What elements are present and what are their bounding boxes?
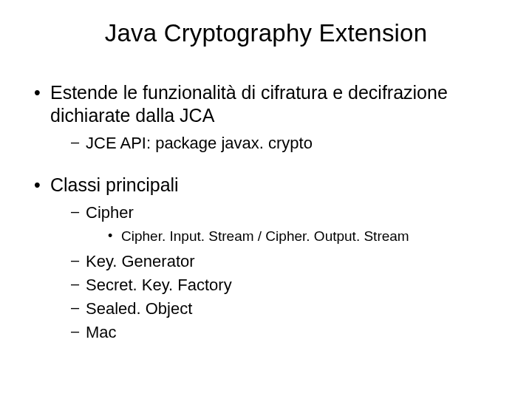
bullet-item: Secret. Key. Factory bbox=[68, 274, 502, 296]
bullet-text: JCE API: package javax. crypto bbox=[86, 134, 313, 152]
bullet-item: Classi principali Cipher Cipher. Input. … bbox=[30, 174, 502, 344]
bullet-list-level2: JCE API: package javax. crypto bbox=[68, 132, 502, 154]
bullet-item: JCE API: package javax. crypto bbox=[68, 132, 502, 154]
bullet-text: Cipher bbox=[86, 203, 134, 222]
bullet-text: Cipher. Input. Stream / Cipher. Output. … bbox=[121, 228, 409, 244]
bullet-text: Key. Generator bbox=[86, 252, 195, 270]
bullet-list-level1: Estende le funzionalità di cifratura e d… bbox=[30, 81, 502, 343]
bullet-text: Secret. Key. Factory bbox=[86, 276, 232, 294]
bullet-item: Cipher. Input. Stream / Cipher. Output. … bbox=[106, 227, 502, 247]
bullet-text: Sealed. Object bbox=[86, 299, 192, 318]
bullet-list-level3: Cipher. Input. Stream / Cipher. Output. … bbox=[106, 227, 502, 247]
bullet-list-level2: Cipher Cipher. Input. Stream / Cipher. O… bbox=[68, 202, 502, 343]
slide: Java Cryptography Extension Estende le f… bbox=[0, 0, 532, 399]
bullet-text: Estende le funzionalità di cifratura e d… bbox=[50, 82, 448, 126]
bullet-item: Estende le funzionalità di cifratura e d… bbox=[30, 81, 502, 154]
bullet-item: Key. Generator bbox=[68, 250, 502, 273]
bullet-text: Classi principali bbox=[50, 174, 179, 195]
slide-title: Java Cryptography Extension bbox=[30, 19, 502, 47]
bullet-item: Mac bbox=[68, 321, 502, 344]
bullet-text: Mac bbox=[86, 323, 117, 341]
bullet-item: Sealed. Object bbox=[68, 298, 502, 320]
bullet-item: Cipher Cipher. Input. Stream / Cipher. O… bbox=[68, 202, 502, 246]
